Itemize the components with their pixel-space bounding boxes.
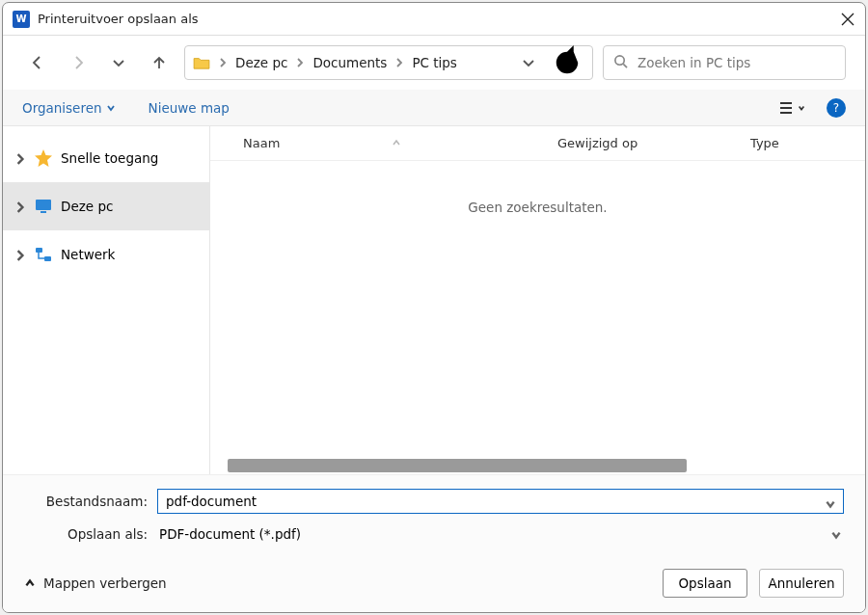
sidebar-item-network[interactable]: Netwerk	[3, 230, 209, 279]
chevron-right-icon[interactable]	[14, 201, 26, 212]
column-header-modified[interactable]: Gewijzigd op	[557, 136, 750, 150]
file-list: Naam Gewijzigd op Type Geen zoekresultat…	[210, 126, 865, 474]
sidebar-item-label: Deze pc	[61, 199, 113, 214]
search-icon	[613, 54, 628, 71]
nav-up-button[interactable]	[144, 47, 175, 78]
word-app-icon	[13, 11, 30, 28]
scrollbar-thumb[interactable]	[228, 459, 687, 472]
horizontal-scrollbar[interactable]	[228, 457, 848, 474]
column-header-type[interactable]: Type	[750, 136, 865, 150]
new-folder-button[interactable]: Nieuwe map	[149, 100, 230, 116]
breadcrumb-segment[interactable]: Documents	[311, 53, 389, 72]
chevron-right-icon	[295, 58, 305, 67]
help-button[interactable]: ?	[827, 98, 846, 118]
breadcrumb-segment[interactable]: PC tips	[410, 53, 459, 72]
address-bar[interactable]: Deze pc Documents PC tips	[184, 45, 593, 80]
breadcrumb-segment[interactable]: Deze pc	[233, 53, 289, 72]
organize-menu[interactable]: Organiseren	[22, 100, 116, 116]
sidebar-item-quick-access[interactable]: Snelle toegang	[3, 134, 209, 182]
sidebar-item-this-pc[interactable]: Deze pc	[3, 182, 209, 230]
titlebar: Printeruitvoer opslaan als	[3, 3, 865, 36]
nav-bar: Deze pc Documents PC tips Zoeken in PC t…	[3, 36, 865, 90]
filename-input[interactable]	[157, 489, 844, 514]
window-title: Printeruitvoer opslaan als	[38, 12, 840, 26]
save-dialog-window: Printeruitvoer opslaan als Deze pc Docum…	[2, 2, 866, 613]
nav-forward-button[interactable]	[63, 47, 94, 78]
svg-rect-1	[36, 200, 51, 210]
saveas-type-select[interactable]: PDF-document (*.pdf)	[157, 521, 844, 547]
save-button[interactable]: Opslaan	[663, 569, 747, 598]
hide-folders-toggle[interactable]: Mappen verbergen	[24, 575, 167, 591]
saveas-label: Opslaan als:	[24, 526, 157, 542]
body-area: Snelle toegang Deze pc Netwerk Naam	[3, 126, 865, 474]
column-headers: Naam Gewijzigd op Type	[210, 126, 865, 161]
nav-recent-dropdown[interactable]	[103, 47, 134, 78]
footer: Mappen verbergen Opslaan Annuleren	[3, 554, 865, 612]
svg-rect-3	[36, 248, 42, 253]
chevron-right-icon	[394, 58, 404, 67]
sort-asc-icon	[392, 136, 401, 150]
chevron-down-icon	[830, 528, 842, 540]
folder-icon	[193, 56, 210, 69]
svg-rect-2	[41, 211, 46, 213]
filename-history-dropdown[interactable]	[825, 495, 836, 507]
network-icon	[34, 245, 53, 264]
form-area: Bestandsnaam: Opslaan als: PDF-document …	[3, 474, 865, 554]
close-icon[interactable]	[840, 12, 855, 27]
search-placeholder: Zoeken in PC tips	[637, 55, 750, 70]
chevron-right-icon[interactable]	[14, 152, 26, 164]
sidebar-item-label: Snelle toegang	[61, 150, 158, 166]
nav-tree: Snelle toegang Deze pc Netwerk	[3, 126, 210, 474]
sidebar-item-label: Netwerk	[61, 247, 115, 262]
view-menu[interactable]	[773, 96, 811, 120]
column-header-name[interactable]: Naam	[210, 136, 557, 150]
svg-rect-4	[44, 256, 51, 261]
nav-back-button[interactable]	[22, 47, 53, 78]
toolbar: Organiseren Nieuwe map ?	[3, 90, 865, 126]
cancel-button[interactable]: Annuleren	[759, 569, 844, 598]
chevron-right-icon[interactable]	[14, 249, 26, 260]
refresh-button[interactable]	[550, 45, 584, 80]
svg-point-0	[615, 56, 624, 65]
filename-label: Bestandsnaam:	[24, 494, 157, 509]
empty-results-text: Geen zoekresultaten.	[210, 200, 865, 215]
pc-icon	[34, 197, 53, 216]
address-dropdown[interactable]	[513, 47, 544, 78]
search-box[interactable]: Zoeken in PC tips	[603, 45, 846, 80]
chevron-right-icon	[218, 58, 228, 67]
star-icon	[34, 148, 53, 168]
